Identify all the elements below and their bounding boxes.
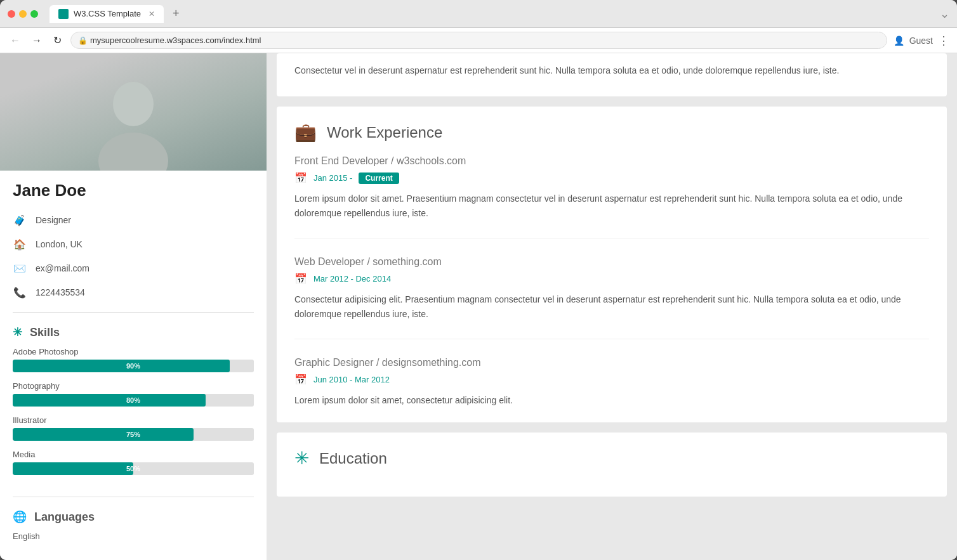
skill-item: Photography 80% <box>13 381 254 407</box>
info-item-job: 🧳 Designer <box>13 208 254 232</box>
profile-photo <box>0 53 267 171</box>
browser-titlebar: W3.CSS Template ✕ + ⌄ <box>0 0 957 28</box>
job-date-start: Mar 2012 - Dec 2014 <box>314 274 391 283</box>
info-item-location: 🏠 London, UK <box>13 232 254 256</box>
languages-title-label: Languages <box>34 511 95 524</box>
browser-menu: 👤 Guest ⋮ <box>894 34 949 48</box>
calendar-icon: 📅 <box>294 273 307 285</box>
browser-addressbar: ← → ↻ 🔒 👤 Guest ⋮ <box>0 28 957 53</box>
job-dates: 📅 Jun 2010 - Mar 2012 <box>294 374 929 386</box>
education-title-label: Education <box>319 450 387 467</box>
address-bar-wrapper: 🔒 <box>70 32 887 49</box>
info-item-email: ✉️ ex@mail.com <box>13 256 254 280</box>
job-entry: Front End Developer / w3schools.com 📅 Ja… <box>294 155 929 238</box>
skill-label: Media <box>13 450 254 459</box>
intro-card: Consectetur vel in deserunt aspernatur e… <box>277 53 947 96</box>
jobs-container: Front End Developer / w3schools.com 📅 Ja… <box>294 155 929 407</box>
job-date-start: Jan 2015 - <box>314 173 352 183</box>
sidebar-divider-1 <box>13 312 254 313</box>
intro-text: Consectetur vel in deserunt aspernatur e… <box>294 63 929 77</box>
address-input[interactable] <box>70 32 887 49</box>
person-silhouette <box>82 69 184 171</box>
languages-section-title: 🌐 Languages <box>0 505 267 531</box>
user-label: Guest <box>909 36 933 46</box>
languages-container: English <box>0 531 267 552</box>
skills-title-label: Skills <box>30 326 60 339</box>
skill-item: Illustrator 75% <box>13 415 254 441</box>
skill-bar-label: 80% <box>13 394 254 407</box>
svg-point-1 <box>98 133 168 171</box>
current-badge: Current <box>359 173 399 184</box>
main-content: Consectetur vel in deserunt aspernatur e… <box>267 53 957 560</box>
education-title: ✳ Education <box>294 448 929 469</box>
email-icon: ✉️ <box>13 261 27 275</box>
skill-bar-background: 80% <box>13 394 254 407</box>
skill-label: Adobe Photoshop <box>13 347 254 356</box>
skill-bar-background: 75% <box>13 428 254 441</box>
work-experience-card: 💼 Work Experience Front End Developer / … <box>277 107 947 422</box>
skill-item: Media 50% <box>13 450 254 475</box>
new-tab-button[interactable]: + <box>173 7 180 20</box>
svg-point-0 <box>113 82 154 126</box>
job-date-start: Jun 2010 - Mar 2012 <box>314 375 390 384</box>
job-dates: 📅 Jan 2015 - Current <box>294 172 929 184</box>
job-entry: Web Developer / something.com 📅 Mar 2012… <box>294 256 929 339</box>
job-entry: Graphic Designer / designsomething.com 📅… <box>294 357 929 407</box>
job-title: Front End Developer / w3schools.com <box>294 155 929 167</box>
tab-favicon <box>58 9 69 19</box>
briefcase-icon: 🧳 <box>13 213 27 227</box>
sidebar-divider-2 <box>13 497 254 497</box>
skills-section-title: ✳ Skills <box>0 320 267 347</box>
calendar-icon: 📅 <box>294 374 307 386</box>
info-location-label: London, UK <box>36 239 82 249</box>
education-icon: ✳ <box>294 448 309 469</box>
info-item-phone: 📞 1224435534 <box>13 280 254 304</box>
skill-bar-label: 90% <box>13 360 254 372</box>
skill-label: Photography <box>13 381 254 391</box>
info-phone-label: 1224435534 <box>36 287 85 297</box>
window-controls <box>8 10 38 18</box>
job-description: Lorem ipsum dolor sit amet, consectetur … <box>294 393 929 407</box>
browser-window: W3.CSS Template ✕ + ⌄ ← → ↻ 🔒 👤 Guest ⋮ <box>0 0 957 560</box>
page-content: Jane Doe 🧳 Designer 🏠 London, UK ✉️ ex@m… <box>0 53 957 560</box>
job-description: Lorem ipsum dolor sit amet. Praesentium … <box>294 192 929 220</box>
job-title: Web Developer / something.com <box>294 256 929 268</box>
skills-icon: ✳ <box>13 325 22 339</box>
skill-bar-background: 90% <box>13 360 254 372</box>
tab-title: W3.CSS Template <box>74 9 141 18</box>
skills-container: Adobe Photoshop 90% Photography 80% Illu… <box>0 347 267 489</box>
language-item: English <box>13 531 254 541</box>
skill-bar-label: 50% <box>13 462 254 475</box>
browser-more-button[interactable]: ⋮ <box>938 34 949 48</box>
profile-info: 🧳 Designer 🏠 London, UK ✉️ ex@mail.com 📞… <box>0 208 267 304</box>
education-card: ✳ Education <box>277 433 947 497</box>
tab-close-button[interactable]: ✕ <box>148 10 155 18</box>
refresh-button[interactable]: ↻ <box>51 32 64 49</box>
skill-bar-label: 75% <box>13 428 254 441</box>
job-title: Graphic Designer / designsomething.com <box>294 357 929 368</box>
globe-icon: 🌐 <box>13 510 27 524</box>
close-dot[interactable] <box>8 10 15 18</box>
browser-expand-button[interactable]: ⌄ <box>940 7 949 21</box>
info-job-label: Designer <box>36 215 71 225</box>
home-icon: 🏠 <box>13 237 27 251</box>
back-button[interactable]: ← <box>8 32 23 49</box>
phone-icon: 📞 <box>13 285 27 299</box>
work-title-label: Work Experience <box>327 124 442 141</box>
skill-item: Adobe Photoshop 90% <box>13 347 254 372</box>
user-avatar-icon: 👤 <box>894 36 904 46</box>
forward-button[interactable]: → <box>29 32 44 49</box>
calendar-icon: 📅 <box>294 172 307 184</box>
profile-name: Jane Doe <box>0 171 267 208</box>
info-email-label: ex@mail.com <box>36 263 89 273</box>
browser-tab[interactable]: W3.CSS Template ✕ <box>50 5 164 23</box>
sidebar: Jane Doe 🧳 Designer 🏠 London, UK ✉️ ex@m… <box>0 53 267 560</box>
work-experience-title: 💼 Work Experience <box>294 122 929 143</box>
skill-bar-background: 50% <box>13 462 254 475</box>
job-description: Consectetur adipisicing elit. Praesentiu… <box>294 292 929 321</box>
job-dates: 📅 Mar 2012 - Dec 2014 <box>294 273 929 285</box>
minimize-dot[interactable] <box>19 10 27 18</box>
maximize-dot[interactable] <box>30 10 38 18</box>
lock-icon: 🔒 <box>78 36 88 45</box>
skill-label: Illustrator <box>13 415 254 425</box>
